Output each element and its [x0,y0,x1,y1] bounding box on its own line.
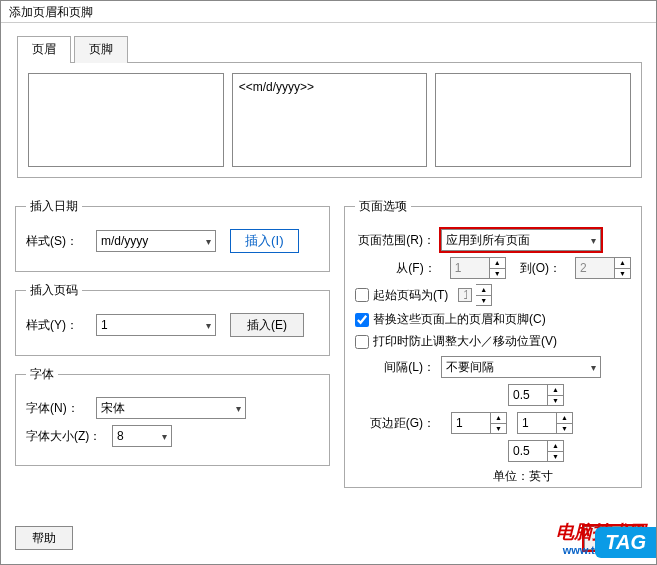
spin-down-icon: ▼ [476,296,491,306]
legend-page-options: 页面选项 [355,198,411,215]
tab-footer[interactable]: 页脚 [74,36,128,63]
tab-header[interactable]: 页眉 [17,36,71,63]
legend-insert-page: 插入页码 [26,282,82,299]
help-button[interactable]: 帮助 [15,526,73,550]
group-insert-date: 插入日期 样式(S)： m/d/yyyy ▾ 插入(I) [15,198,330,272]
chevron-down-icon: ▾ [591,235,596,246]
spin-up-icon: ▲ [490,258,505,269]
content-area: 页眉 页脚 <<m/d/yyyy>> 插入日期 样式(S)： m/d/yyyy … [1,23,656,498]
label-prevent-resize: 打印时防止调整大小／移动位置(V) [373,333,557,350]
margin-left-input[interactable] [451,412,491,434]
page-range-value: 应用到所有页面 [446,232,530,249]
spinner-start-page: ▲▼ [458,284,492,306]
tab-panel: <<m/d/yyyy>> [17,62,642,178]
footer-buttons: 帮助 确定 [15,526,642,550]
dropdown-font-size[interactable]: 8 ▾ [112,425,172,447]
label-start-page: 起始页码为(T) [373,287,448,304]
preview-right[interactable] [435,73,631,167]
font-size-value: 8 [117,429,124,443]
chevron-down-icon: ▾ [591,362,596,373]
group-insert-page: 插入页码 样式(Y)： 1 ▾ 插入(E) [15,282,330,356]
preview-left[interactable] [28,73,224,167]
spinner-margin-bottom[interactable]: ▲▼ [508,440,564,462]
label-gap: 间隔(L)： [355,359,435,376]
font-name-value: 宋体 [101,400,125,417]
date-style-value: m/d/yyyy [101,234,148,248]
label-font-size: 字体大小(Z)： [26,428,112,445]
dropdown-font-name[interactable]: 宋体 ▾ [96,397,246,419]
to-input [575,257,615,279]
spin-down-icon[interactable]: ▼ [557,424,572,434]
spin-up-icon[interactable]: ▲ [491,413,506,424]
spin-down-icon[interactable]: ▼ [548,396,563,406]
label-replace: 替换这些页面上的页眉和页脚(C) [373,311,546,328]
dropdown-page-range[interactable]: 应用到所有页面 ▾ [441,229,601,251]
preview-center[interactable]: <<m/d/yyyy>> [232,73,428,167]
spin-down-icon: ▼ [490,269,505,279]
tabs: 页眉 页脚 <<m/d/yyyy>> [17,35,642,178]
chevron-down-icon: ▾ [206,320,211,331]
spin-down-icon[interactable]: ▼ [491,424,506,434]
insert-date-button[interactable]: 插入(I) [230,229,299,253]
legend-insert-date: 插入日期 [26,198,82,215]
from-input [450,257,490,279]
spinner-margin-left[interactable]: ▲▼ [451,412,507,434]
dropdown-page-style[interactable]: 1 ▾ [96,314,216,336]
spin-up-icon: ▲ [476,285,491,296]
spinner-margin-top[interactable]: ▲▼ [508,384,564,406]
tag-badge: TAG [595,527,656,558]
checkbox-replace[interactable] [355,313,369,327]
margin-bottom-input[interactable] [508,440,548,462]
chevron-down-icon: ▾ [206,236,211,247]
spin-up-icon: ▲ [615,258,630,269]
title-bar: 添加页眉和页脚 [1,1,656,23]
chevron-down-icon: ▾ [162,431,167,442]
spinner-to: ▲▼ [575,257,631,279]
checkbox-prevent-resize[interactable] [355,335,369,349]
label-font-name: 字体(N)： [26,400,96,417]
spin-down-icon[interactable]: ▼ [548,452,563,462]
label-to: 到(O)： [520,260,561,277]
spin-up-icon[interactable]: ▲ [548,441,563,452]
label-from: 从(F)： [396,260,435,277]
insert-page-button[interactable]: 插入(E) [230,313,304,337]
start-page-input [458,288,472,302]
spinner-from: ▲▼ [450,257,506,279]
chevron-down-icon: ▾ [236,403,241,414]
label-page-style: 样式(Y)： [26,317,96,334]
spin-up-icon[interactable]: ▲ [548,385,563,396]
window-title: 添加页眉和页脚 [9,5,93,19]
margin-top-input[interactable] [508,384,548,406]
gap-value: 不要间隔 [446,359,494,376]
label-page-range: 页面范围(R)： [355,232,435,249]
label-margin: 页边距(G)： [355,415,435,432]
page-style-value: 1 [101,318,108,332]
dropdown-date-style[interactable]: m/d/yyyy ▾ [96,230,216,252]
spinner-margin-right[interactable]: ▲▼ [517,412,573,434]
dialog-window: 添加页眉和页脚 页眉 页脚 <<m/d/yyyy>> 插入日期 样式(S)： m… [0,0,657,565]
legend-font: 字体 [26,366,58,383]
spin-down-icon: ▼ [615,269,630,279]
spin-up-icon[interactable]: ▲ [557,413,572,424]
margin-right-input[interactable] [517,412,557,434]
group-font: 字体 字体(N)： 宋体 ▾ 字体大小(Z)： 8 ▾ [15,366,330,466]
label-date-style: 样式(S)： [26,233,96,250]
label-unit: 单位：英寸 [415,468,631,485]
dropdown-gap[interactable]: 不要间隔 ▾ [441,356,601,378]
group-page-options: 页面选项 页面范围(R)： 应用到所有页面 ▾ 从(F)： ▲▼ [344,198,642,488]
checkbox-start-page[interactable] [355,288,369,302]
